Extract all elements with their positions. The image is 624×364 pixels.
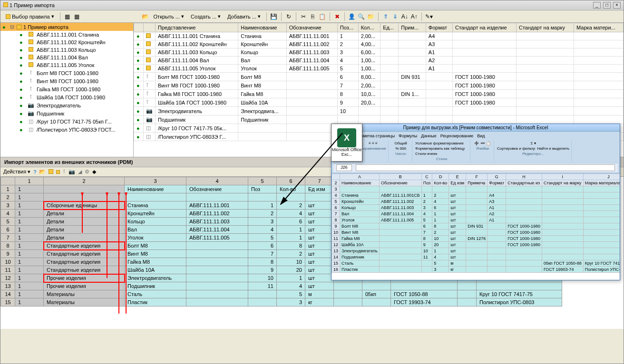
excel-row[interactable]: 16Пластик3кгГОСТ 19903-74Полистирол УПС-… bbox=[332, 267, 620, 273]
excel-col[interactable]: J bbox=[583, 174, 620, 180]
table-row[interactable]: ● АБВГ.111.11.003 КольцоКольцоАБВГ.111.1… bbox=[134, 48, 624, 57]
excel-col[interactable]: F bbox=[466, 174, 488, 180]
folder2-icon[interactable]: 📁 bbox=[367, 13, 375, 20]
excel-row[interactable]: 6КольцоАБВГ.111.11.00336штА1 bbox=[332, 205, 620, 211]
col-header[interactable]: 4 bbox=[186, 177, 248, 185]
ribbon-tab[interactable]: Рецензирование bbox=[440, 134, 474, 138]
delete-icon[interactable]: ✖ bbox=[333, 13, 341, 20]
column-header[interactable]: Кол... bbox=[358, 23, 380, 32]
row-num[interactable]: 6 bbox=[1, 226, 15, 234]
column-header[interactable]: Ед... bbox=[380, 23, 399, 32]
column-header[interactable]: Представление bbox=[156, 23, 238, 32]
column-header[interactable]: Наименование bbox=[238, 23, 286, 32]
tree-item[interactable]: ● АБВГ.111.11.003 Кольцо bbox=[0, 46, 133, 54]
column-header[interactable]: Прим... bbox=[399, 23, 426, 32]
excel-row[interactable]: 3 bbox=[332, 186, 620, 192]
row-num[interactable]: 10 bbox=[1, 258, 15, 266]
collapse-icon[interactable]: ⊟ bbox=[10, 24, 15, 30]
tree-item[interactable]: ● ⊺ Гайка М8 ГОСТ 1000-1980 bbox=[0, 85, 133, 93]
tree-item[interactable]: ● АБВГ.111.11.004 Вал bbox=[0, 54, 133, 61]
column-header[interactable]: Марка матери... bbox=[574, 23, 624, 32]
tree-pane[interactable]: ● ⊟ 1 Пример импорта ● АБВГ.111.11.001 С… bbox=[0, 23, 134, 157]
ribbon-tab[interactable]: Формулы bbox=[399, 134, 417, 138]
excel-row[interactable]: 7ВалАБВГ.111.11.00441штА2 bbox=[332, 211, 620, 217]
sort-az-icon[interactable]: A↓ bbox=[401, 13, 409, 20]
ribbon-edit[interactable]: Σ ▾ Сортировка и фильтрНайти и выделить … bbox=[495, 140, 572, 162]
cut-icon[interactable]: ✂ bbox=[300, 13, 307, 20]
tree-item[interactable]: ● ⊺ Болт М8 ГОСТ 1000-1980 bbox=[0, 69, 133, 77]
up-icon[interactable]: ⇑ bbox=[382, 13, 390, 20]
table-row[interactable]: ● АБВГ.111.11.002 КронштейнКронштейнАБВГ… bbox=[134, 40, 624, 48]
copy-icon[interactable]: ⎘ bbox=[309, 13, 317, 20]
save-icon[interactable]: 💾 bbox=[270, 13, 278, 20]
table-row[interactable]: ● ⊺ Винт М8 ГОСТ 1000-1980Винт М872,00..… bbox=[134, 81, 624, 90]
table-row[interactable]: ● ⊺ Гайка М8 ГОСТ 1000-1980Гайка М8810,0… bbox=[134, 90, 624, 98]
gear-icon[interactable]: ⚙ bbox=[85, 169, 89, 175]
col-header[interactable]: 3 bbox=[125, 177, 186, 185]
col-header[interactable]: 5 bbox=[248, 177, 277, 185]
folder3-icon[interactable]: 📂 bbox=[39, 169, 46, 175]
excel-col[interactable]: D bbox=[432, 174, 449, 180]
create-button[interactable]: Создать ... ▾ bbox=[188, 12, 223, 21]
tbicon-1[interactable]: ▦ bbox=[64, 13, 71, 20]
excel-row[interactable]: 11Гайка М8810штDIN 1276ГОСТ 1000-1980 bbox=[332, 236, 620, 242]
tree-item[interactable]: ● 📷 Подшипник bbox=[0, 109, 133, 117]
excel-col[interactable]: G bbox=[488, 174, 506, 180]
table-row[interactable]: ● ⊺ Болт М8 ГОСТ 1000-1980Болт М868,00..… bbox=[134, 73, 624, 81]
excel-row[interactable]: 8УголокАБВГ.111.11.00551штА1 bbox=[332, 217, 620, 223]
column-header[interactable]: Стандарт на марку bbox=[517, 23, 574, 32]
sort-za-icon[interactable]: A↑ bbox=[410, 13, 418, 20]
tree-item[interactable]: ● ⊺ Винт М8 ГОСТ 1000-1980 bbox=[0, 77, 133, 85]
add-button[interactable]: Добавить ... ▾ bbox=[225, 12, 263, 21]
close-button[interactable]: × bbox=[613, 2, 621, 9]
minimize-button[interactable]: _ bbox=[593, 2, 601, 9]
ribbon-number[interactable]: Общий% 000Число bbox=[390, 140, 412, 162]
tree-item[interactable]: ● АБВГ.111.11.002 Кронштейн bbox=[0, 38, 133, 46]
row-num[interactable]: 8 bbox=[1, 242, 15, 250]
ribbon-tab[interactable]: Вид bbox=[477, 134, 485, 138]
excel-row[interactable]: 5КронштейнАБВГ.111.11.00224штА3 bbox=[332, 199, 620, 205]
plus-icon[interactable]: ● bbox=[20, 39, 25, 45]
plus-icon[interactable]: ● bbox=[20, 127, 25, 133]
column-header[interactable]: Формат bbox=[426, 23, 452, 32]
plus-icon[interactable]: ● bbox=[20, 47, 25, 53]
excel-col[interactable]: I bbox=[542, 174, 583, 180]
row-num[interactable]: 3 bbox=[1, 201, 15, 210]
excel-row[interactable]: 14Подшипник114шт bbox=[332, 254, 620, 260]
col-header[interactable]: 1 bbox=[15, 177, 44, 185]
user-icon[interactable]: 👤 bbox=[348, 13, 356, 20]
open-button[interactable]: Открыть ... ▾ bbox=[151, 12, 186, 21]
row-num[interactable]: 7 bbox=[1, 234, 15, 242]
plus-icon[interactable]: ● bbox=[20, 95, 25, 100]
ribbon-align[interactable]: ≡ ≡ ≡Выравнивание bbox=[358, 140, 389, 162]
row-num[interactable]: 2 bbox=[1, 193, 15, 201]
plus-icon[interactable]: ● bbox=[20, 62, 25, 68]
table-row[interactable]: ● АБВГ.111.11.004 ВалВалАБВГ.111.11.0044… bbox=[134, 57, 624, 65]
paste-icon[interactable]: 📋 bbox=[319, 13, 326, 20]
row-num[interactable]: 13 bbox=[1, 282, 15, 290]
table-row[interactable]: ● АБВГ.111.11.001 СтанинаСтанинаАБВГ.111… bbox=[134, 32, 624, 40]
col-header[interactable]: 6 bbox=[277, 177, 305, 185]
excel-window[interactable]: Пример для выгрузки.xls [Режим совместим… bbox=[331, 124, 620, 280]
tree-item[interactable]: ● ⊺ Шайба 10А ГОСТ 1000-1980 bbox=[0, 93, 133, 101]
col-header[interactable]: 2 bbox=[44, 177, 125, 185]
ribbon-tab[interactable]: Данные bbox=[421, 134, 437, 138]
plus-icon[interactable]: ● bbox=[20, 111, 25, 116]
excel-thumbnail[interactable]: X Microsoft Office Exc... bbox=[331, 124, 362, 162]
actions-button[interactable]: Действия ▾ bbox=[3, 169, 30, 175]
yellow-single-icon[interactable] bbox=[56, 169, 60, 175]
row-num[interactable]: 1 bbox=[1, 185, 15, 193]
excel-col[interactable]: C bbox=[421, 174, 432, 180]
plus-icon[interactable]: ● bbox=[20, 119, 25, 125]
name-box[interactable]: J26 bbox=[336, 164, 352, 171]
tree-item[interactable]: ● АБВГ.111.11.005 Уголок bbox=[0, 61, 133, 69]
excel-col[interactable]: A bbox=[340, 174, 380, 180]
tbicon-2[interactable]: ▦ bbox=[73, 13, 81, 20]
formula-bar[interactable] bbox=[356, 164, 615, 171]
diamond-icon[interactable]: ◆ bbox=[92, 169, 96, 175]
excel-row[interactable]: 13Электродвигатель101шт bbox=[332, 248, 620, 254]
refresh-icon[interactable]: ↻ bbox=[285, 13, 292, 20]
ribbon-cells[interactable]: ➕ ➖ 📋Ячейки bbox=[471, 140, 494, 162]
tree-item[interactable]: ● 📷 Электродвигатель bbox=[0, 101, 133, 109]
table-row[interactable]: ● 📷 ПодшипникПодшипник bbox=[134, 115, 624, 124]
